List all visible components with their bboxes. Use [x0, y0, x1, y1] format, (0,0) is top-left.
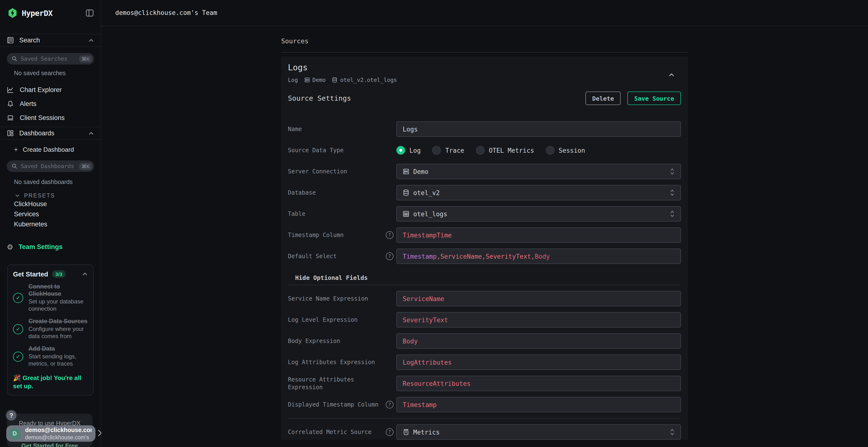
checklist-item[interactable]: ✓ Create Data Sources Configure where yo… [13, 318, 88, 340]
sidebar-section-dashboards[interactable]: Dashboards [0, 127, 101, 140]
name-input[interactable]: Logs [396, 122, 681, 137]
save-source-button[interactable]: Save Source [627, 92, 681, 105]
body-expression-input[interactable]: Body [396, 333, 681, 349]
checklist-item[interactable]: ✓ Connect to ClickHouse Set up your data… [13, 283, 88, 313]
sidebar-item-chart-explorer[interactable]: Chart Explorer [0, 83, 101, 97]
sql-value: ResourceAttributes [403, 380, 471, 387]
collapse-card-icon[interactable] [669, 72, 675, 78]
field-label: Name [288, 125, 394, 133]
chevron-up-icon[interactable] [88, 37, 94, 43]
chevron-up-icon[interactable] [88, 130, 94, 136]
checklist-item-desc: Set up your database connection [28, 298, 88, 313]
sidebar-section-search[interactable]: Search [0, 34, 101, 47]
checklist-item-title: Create Data Sources [28, 318, 88, 325]
resource-attributes-input[interactable]: ResourceAttributes [396, 376, 681, 391]
table-fqn: otel_v2.otel_logs [340, 77, 397, 83]
sql-value: Timestamp,ServiceName,SeverityText,Body [403, 253, 550, 260]
select-value: otel_v2 [413, 189, 440, 196]
source-type-text: Log [288, 77, 298, 83]
displayed-timestamp-input[interactable]: Timestamp [396, 397, 681, 412]
laptop-icon [7, 114, 14, 122]
checklist-item[interactable]: ✓ Add Data Start sending logs, metrics, … [13, 345, 88, 368]
field-log-level: Log Level Expression SeverityText [288, 312, 681, 328]
source-card-title: Logs [288, 56, 681, 72]
chevron-down-icon [15, 193, 20, 198]
chevron-up-icon[interactable] [82, 271, 88, 277]
field-label: Table [288, 210, 394, 218]
field-database: Database otel_v2 [288, 185, 681, 200]
select-value: otel_logs [413, 210, 447, 217]
user-team: demos@clickhouse.com's [25, 434, 92, 441]
presets-toggle[interactable]: PRESETS [15, 192, 94, 199]
user-email: demos@clickhouse.com [25, 426, 92, 434]
saved-dashboards-input[interactable]: Saved Dashboards ⌘K [7, 161, 94, 172]
help-button[interactable]: ? [5, 409, 18, 421]
create-dashboard-label: Create Dashboard [23, 146, 74, 153]
team-settings-label: Team Settings [19, 243, 63, 250]
get-started-card: Get Started 3/3 ✓ Connect to ClickHouse … [7, 265, 94, 396]
source-form: Name Logs Source Data Type Log [288, 122, 681, 440]
chart-explorer-icon [7, 86, 14, 94]
server-connection-select[interactable]: Demo [396, 164, 681, 179]
log-attributes-input[interactable]: LogAttributes [396, 354, 681, 370]
radio-icon [476, 146, 485, 154]
table-select[interactable]: otel_logs [396, 206, 681, 221]
help-icon[interactable]: ? [386, 428, 394, 436]
help-icon[interactable]: ? [386, 252, 394, 260]
content: Sources Logs Log Demo [101, 37, 868, 440]
dashboards-icon [7, 130, 14, 137]
source-data-type-group: Log Trace OTEL Metrics [396, 146, 585, 154]
delete-button[interactable]: Delete [585, 92, 621, 105]
service-name-input[interactable]: ServiceName [396, 291, 681, 306]
radio-log[interactable]: Log [396, 146, 421, 154]
search-section-icon [7, 37, 14, 44]
presets-label: PRESETS [24, 193, 55, 198]
hyperdx-logo-icon [7, 8, 18, 18]
log-level-input[interactable]: SeverityText [396, 312, 681, 328]
preset-kubernetes[interactable]: Kubernetes [0, 219, 101, 229]
no-saved-dashboards-text: No saved dashboards [14, 179, 94, 185]
brand-name: HyperDX [22, 8, 85, 18]
database-icon [332, 77, 338, 83]
help-icon[interactable]: ? [386, 401, 394, 409]
no-saved-searches-text: No saved searches [14, 70, 94, 77]
preset-services[interactable]: Services [0, 209, 101, 219]
server-icon [304, 77, 310, 83]
get-started-header[interactable]: Get Started 3/3 [13, 270, 88, 278]
sidebar-collapse-icon[interactable] [85, 9, 94, 18]
select-value: Metrics [413, 428, 440, 436]
field-label: Service Name Expression [288, 295, 394, 303]
hide-optional-fields-toggle[interactable]: Hide Optional Fields [295, 274, 681, 281]
sql-value: Timestamp [403, 401, 437, 408]
timestamp-column-input[interactable]: TimestampTime [396, 227, 681, 243]
default-select-input[interactable]: Timestamp,ServiceName,SeverityText,Body [396, 248, 681, 264]
radio-trace[interactable]: Trace [432, 146, 464, 154]
sidebar-item-label: Chart Explorer [20, 86, 62, 94]
field-default-select: Default Select ? Timestamp,ServiceName,S… [288, 248, 681, 264]
create-dashboard-button[interactable]: + Create Dashboard [14, 144, 94, 154]
correlated-metric-select[interactable]: Metrics [396, 424, 681, 440]
get-started-free-button[interactable]: Get Started for Free [7, 443, 93, 447]
user-menu[interactable]: D demos@clickhouse.com demos@clickhouse.… [6, 425, 95, 442]
gear-icon: ⚙ [7, 243, 13, 250]
saved-searches-input[interactable]: Saved Searches ⌘K [7, 53, 94, 65]
page-title: Sources [281, 37, 868, 45]
sidebar-item-label: Search [19, 37, 88, 44]
help-icon[interactable]: ? [386, 231, 394, 239]
saved-searches-placeholder: Saved Searches [21, 56, 79, 62]
search-icon [11, 56, 18, 62]
sidebar-item-client-sessions[interactable]: Client Sessions [0, 111, 101, 125]
radio-label: Trace [445, 147, 464, 154]
database-icon [403, 189, 409, 196]
sidebar-item-alerts[interactable]: Alerts [0, 97, 101, 111]
radio-session[interactable]: Session [546, 146, 585, 154]
radio-otel-metrics[interactable]: OTEL Metrics [476, 146, 534, 154]
preset-clickhouse[interactable]: ClickHouse [0, 199, 101, 209]
sidebar-item-team-settings[interactable]: ⚙ Team Settings [0, 241, 101, 252]
divider [288, 418, 681, 419]
source-card-logs: Logs Log Demo otel_v2.otel_logs [281, 56, 688, 440]
sql-value: ServiceName [403, 295, 444, 302]
database-select[interactable]: otel_v2 [396, 185, 681, 200]
sidebar-nav: Chart Explorer Alerts Client Sessions [0, 83, 101, 125]
field-displayed-timestamp: Displayed Timestamp Column ? Timestamp [288, 397, 681, 412]
